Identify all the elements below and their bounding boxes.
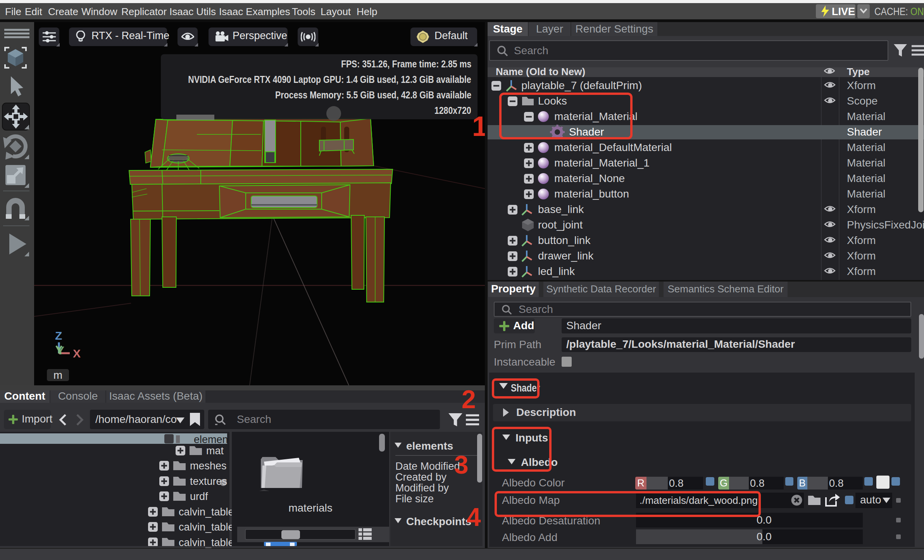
svg-text:X: X — [73, 347, 81, 360]
svg-text:Z: Z — [55, 329, 62, 342]
svg-text:Y: Y — [57, 344, 64, 357]
